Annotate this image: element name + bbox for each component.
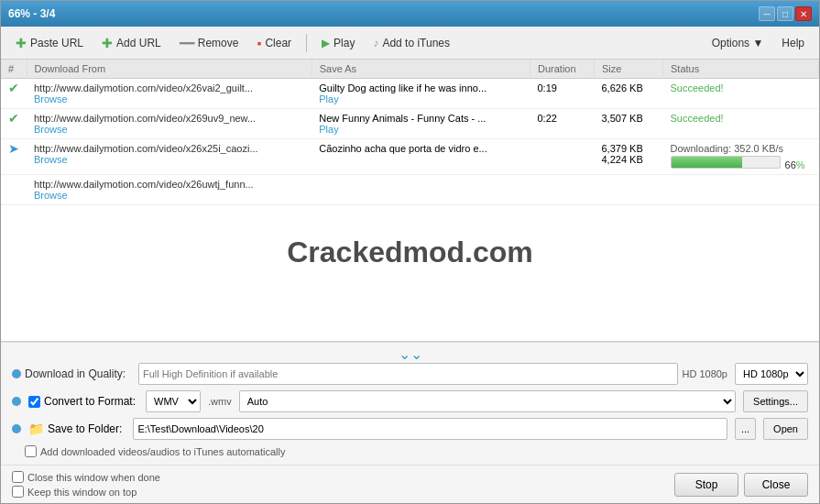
col-status-icon: #: [1, 60, 27, 79]
stop-button[interactable]: Stop: [674, 473, 738, 497]
clear-icon: ▪: [257, 36, 261, 50]
row-status-icon: [1, 175, 27, 205]
col-status: Status: [663, 60, 819, 79]
browse-link[interactable]: Browse: [34, 190, 68, 201]
row-url-cell: http://www.dailymotion.com/video/x26x25i…: [27, 139, 312, 175]
hd-label: HD 1080p: [682, 368, 727, 379]
progress-bar-fill: [672, 157, 743, 168]
row-status: [663, 175, 819, 205]
folder-dot: [12, 424, 21, 433]
convert-label: Convert to Format:: [28, 395, 138, 408]
folder-open-button[interactable]: Open: [763, 418, 808, 440]
folder-browse-button[interactable]: ...: [735, 418, 756, 440]
close-when-done-row: Close this window when done: [12, 471, 160, 483]
row-size: 6,379 KB 4,224 KB: [595, 139, 663, 175]
folder-path-input[interactable]: [133, 418, 727, 440]
keep-on-top-checkbox[interactable]: [12, 486, 24, 498]
add-url-button[interactable]: ✚ Add URL: [94, 33, 169, 53]
format-ext: .wmv: [208, 396, 232, 407]
play-link[interactable]: Play: [319, 124, 338, 135]
collapse-arrows[interactable]: ⌄⌄: [12, 350, 808, 359]
row-status-icon: ✔: [1, 109, 27, 139]
row-duration: 0:22: [530, 109, 595, 139]
toolbar: ✚ Paste URL ✚ Add URL ━━ Remove ▪ Clear …: [1, 27, 819, 60]
browse-link[interactable]: Browse: [34, 93, 68, 104]
download-table: # Download From Save As Duration Size St…: [1, 60, 819, 342]
row-duration: 0:19: [530, 79, 595, 109]
row-save-as: [312, 175, 530, 205]
col-download-from: Download From: [27, 60, 312, 79]
paste-icon: ✚: [16, 36, 27, 50]
help-button[interactable]: Help: [774, 34, 812, 52]
convert-checkbox[interactable]: [28, 396, 40, 408]
row-download-status: Downloading: 352.0 KB/s 66%: [663, 139, 819, 175]
row-duration: [530, 175, 595, 205]
itunes-icon: ♪: [373, 37, 378, 49]
row-url: http://www.dailymotion.com/video/x26vai2…: [34, 82, 304, 93]
browse-link[interactable]: Browse: [34, 154, 68, 165]
row-status-icon: ✔: [1, 79, 27, 109]
format-dropdown[interactable]: WMV: [146, 390, 201, 412]
window-title: 66% - 3/4: [8, 7, 55, 20]
quality-label: Download in Quality:: [25, 367, 135, 380]
quality-row: Download in Quality: HD 1080p HD 1080p: [12, 363, 808, 385]
browse-link[interactable]: Browse: [34, 124, 68, 135]
paste-url-button[interactable]: ✚ Paste URL: [8, 33, 91, 53]
window-close-button[interactable]: ✕: [795, 6, 812, 21]
folder-icon: 📁: [28, 422, 44, 436]
keep-on-top-row: Keep this window on top: [12, 486, 160, 498]
close-when-done-checkbox[interactable]: [12, 471, 24, 483]
progress-container: 66%: [671, 156, 812, 170]
table-row: ✔ http://www.dailymotion.com/video/x269u…: [1, 109, 819, 139]
row-url: http://www.dailymotion.com/video/x269uv9…: [34, 113, 304, 124]
bottom-left: Close this window when done Keep this wi…: [12, 471, 160, 498]
minimize-button[interactable]: ─: [759, 6, 775, 21]
bottom-right: Stop Close: [674, 473, 808, 497]
add-icon: ✚: [102, 36, 113, 50]
title-bar: 66% - 3/4 ─ □ ✕: [1, 1, 819, 27]
options-button[interactable]: Options ▼: [705, 34, 771, 52]
play-button[interactable]: ▶ Play: [314, 34, 362, 52]
play-link[interactable]: Play: [319, 93, 338, 104]
table-row: http://www.dailymotion.com/video/x26uwtj…: [1, 175, 819, 205]
col-duration: Duration: [530, 60, 595, 79]
toolbar-separator: [306, 34, 307, 52]
table-header: # Download From Save As Duration Size St…: [1, 60, 819, 79]
row-size: 6,626 KB: [595, 79, 663, 109]
maximize-button[interactable]: □: [777, 6, 793, 21]
clear-button[interactable]: ▪ Clear: [249, 33, 299, 53]
itunes-row: Add downloaded videos/audios to iTunes a…: [25, 445, 808, 457]
format-auto-dropdown[interactable]: Auto: [239, 390, 736, 412]
table-row: ➤ http://www.dailymotion.com/video/x26x2…: [1, 139, 819, 175]
row-size: 3,507 KB: [595, 109, 663, 139]
main-window: 66% - 3/4 ─ □ ✕ ✚ Paste URL ✚ Add URL ━━…: [0, 0, 820, 504]
row-url-cell: http://www.dailymotion.com/video/x26uwtj…: [27, 175, 312, 205]
row-url-cell: http://www.dailymotion.com/video/x269uv9…: [27, 109, 312, 139]
row-save-as: New Funny Animals - Funny Cats - ... Pla…: [312, 109, 530, 139]
row-size: [595, 175, 663, 205]
table-row: ✔ http://www.dailymotion.com/video/x26va…: [1, 79, 819, 109]
row-url-cell: http://www.dailymotion.com/video/x26vai2…: [27, 79, 312, 109]
convert-row: Convert to Format: WMV .wmv Auto Setting…: [12, 390, 808, 412]
convert-dot: [12, 397, 21, 406]
col-size: Size: [595, 60, 663, 79]
bottom-bar: Close this window when done Keep this wi…: [1, 465, 819, 503]
col-save-as: Save As: [312, 60, 530, 79]
toolbar-right: Options ▼ Help: [705, 34, 812, 52]
row-duration: [530, 139, 595, 175]
row-save-as: Cãozinho acha que porta de vidro e...: [312, 139, 530, 175]
remove-button[interactable]: ━━ Remove: [172, 33, 246, 53]
window-controls: ─ □ ✕: [759, 6, 812, 21]
itunes-checkbox[interactable]: [25, 445, 37, 457]
close-button[interactable]: Close: [744, 473, 808, 497]
row-status: Succeeded!: [663, 79, 819, 109]
settings-button[interactable]: Settings...: [743, 390, 808, 412]
quality-input[interactable]: [138, 363, 678, 385]
add-to-itunes-button[interactable]: ♪ Add to iTunes: [366, 34, 457, 52]
progress-label: 66%: [785, 159, 805, 170]
folder-row: 📁 Save to Folder: ... Open: [12, 418, 808, 440]
quality-hd-dropdown[interactable]: HD 1080p: [735, 363, 808, 385]
row-url: http://www.dailymotion.com/video/x26uwtj…: [34, 179, 304, 190]
row-save-as: Guilty Dog acting like if he was inno...…: [312, 79, 530, 109]
row-url: http://www.dailymotion.com/video/x26x25i…: [34, 143, 304, 154]
